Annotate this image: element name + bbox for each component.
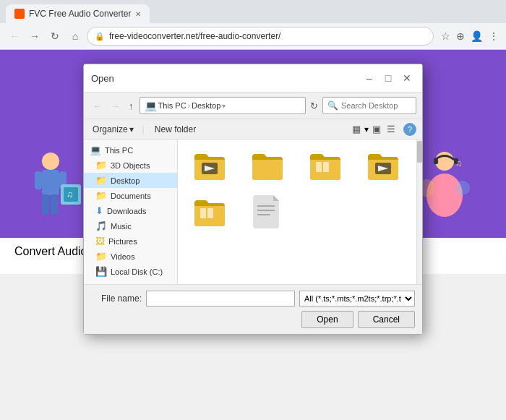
dialog-close-btn[interactable]: ✕ <box>399 70 415 86</box>
file-item-4[interactable] <box>357 145 409 186</box>
file-item-6[interactable] <box>241 192 293 232</box>
file-icon-3 <box>308 148 343 183</box>
nav-item-videos[interactable]: 📁 Videos <box>84 249 177 264</box>
filename-input[interactable] <box>146 291 295 307</box>
dialog-overlay: Open – □ ✕ ← → ↑ 💻 This PC › Desktop ▾ <box>0 49 506 420</box>
browser-chrome: FVC Free Audio Converter ✕ ← → ↻ ⌂ 🔒 fre… <box>0 0 506 50</box>
new-folder-btn[interactable]: New folder <box>150 123 200 136</box>
breadcrumb-dropdown: ▾ <box>222 102 226 110</box>
cancel-btn[interactable]: Cancel <box>358 311 415 328</box>
url-text: free-videoconverter.net/free-audio-conve… <box>109 31 280 41</box>
file-icon-5 <box>192 194 227 229</box>
folder-3dobjects-icon: 📁 <box>95 160 107 171</box>
nav-item-documents-label: Documents <box>111 192 151 200</box>
active-tab[interactable]: FVC Free Audio Converter ✕ <box>6 4 150 23</box>
nav-item-videos-label: Videos <box>111 252 134 261</box>
folder-desktop-icon: 📁 <box>95 175 107 186</box>
dialog-search-input[interactable] <box>341 101 413 110</box>
computer-icon: 💻 <box>145 100 157 111</box>
forward-button[interactable]: → <box>26 27 43 45</box>
tab-close-btn[interactable]: ✕ <box>135 10 141 18</box>
dialog-controls: – □ ✕ <box>361 70 415 86</box>
svg-rect-22 <box>207 208 213 218</box>
dialog-footer: File name: All (*.ts;*.mts;*.m2ts;*.trp;… <box>84 284 422 334</box>
folder-videos-icon: 📁 <box>95 251 107 262</box>
home-button[interactable]: ⌂ <box>67 27 84 45</box>
disk-icon: 💾 <box>95 266 107 277</box>
extensions-button[interactable]: ⊕ <box>455 29 466 43</box>
nav-item-pictures[interactable]: 🖼 Pictures <box>84 233 177 249</box>
nav-item-music[interactable]: 🎵 Music <box>84 218 177 233</box>
file-item-1[interactable] <box>184 145 236 186</box>
filetype-select[interactable]: All (*.ts;*.mts;*.m2ts;*.trp;*.tp;*... <box>299 291 415 307</box>
file-icon-2 <box>250 148 285 183</box>
view-divider: ▾ <box>364 124 369 134</box>
breadcrumb-bar[interactable]: 💻 This PC › Desktop ▾ <box>140 97 306 114</box>
nav-item-desktop[interactable]: 📁 Desktop <box>84 173 177 188</box>
tab-bar: FVC Free Audio Converter ✕ <box>0 0 506 23</box>
folder-documents-icon: 📁 <box>95 190 107 201</box>
folder-downloads-icon: ⬇ <box>95 205 103 216</box>
dialog-body: 💻 This PC 📁 3D Objects 📁 Desktop 📁 Docum… <box>84 140 422 284</box>
view-list-btn[interactable]: ☰ <box>385 122 398 136</box>
svg-rect-25 <box>257 214 270 215</box>
tab-title: FVC Free Audio Converter <box>29 9 131 19</box>
nav-item-localdisk-label: Local Disk (C:) <box>111 267 163 276</box>
nav-item-music-label: Music <box>111 222 132 231</box>
svg-rect-24 <box>257 210 275 211</box>
nav-item-localdisk[interactable]: 💾 Local Disk (C:) <box>84 264 177 279</box>
menu-button[interactable]: ⋮ <box>487 29 500 43</box>
file-panel <box>178 140 422 284</box>
open-dialog: Open – □ ✕ ← → ↑ 💻 This PC › Desktop ▾ <box>83 64 423 335</box>
filename-row: File name: All (*.ts;*.mts;*.m2ts;*.trp;… <box>91 291 415 307</box>
open-btn[interactable]: Open <box>301 311 353 328</box>
view-buttons: ▦ ▾ ▣ ☰ <box>350 122 398 136</box>
svg-rect-23 <box>257 205 275 207</box>
help-btn[interactable]: ? <box>403 123 416 136</box>
nav-item-3dobjects[interactable]: 📁 3D Objects <box>84 158 177 173</box>
nav-item-desktop-label: Desktop <box>111 176 140 185</box>
address-bar[interactable]: 🔒 free-videoconverter.net/free-audio-con… <box>87 27 434 46</box>
nav-item-downloads-label: Downloads <box>107 207 146 215</box>
svg-rect-21 <box>200 208 206 218</box>
dialog-minimize-btn[interactable]: – <box>361 70 377 86</box>
breadcrumb-desktop: Desktop <box>192 101 220 110</box>
dialog-search-box[interactable]: 🔍 <box>322 97 416 114</box>
profile-button[interactable]: 👤 <box>469 29 484 43</box>
view-preview-btn[interactable]: ▣ <box>370 122 383 136</box>
file-icon-6 <box>250 194 285 229</box>
tab-favicon <box>14 9 25 19</box>
dialog-refresh-btn[interactable]: ↻ <box>309 99 320 113</box>
nav-bar: ← → ↻ ⌂ 🔒 free-videoconverter.net/free-a… <box>0 23 506 49</box>
file-panel-scrollbar[interactable] <box>416 140 422 284</box>
dialog-search-icon: 🔍 <box>327 100 338 111</box>
dialog-up-btn[interactable]: ↑ <box>126 99 137 113</box>
view-grid-btn[interactable]: ▦ <box>350 122 363 136</box>
dialog-maximize-btn[interactable]: □ <box>380 70 396 86</box>
nav-item-thispc[interactable]: 💻 This PC <box>84 142 177 158</box>
page-wrapper: FVC Free Audio Converter ✕ ← → ↻ ⌂ 🔒 fre… <box>0 0 506 420</box>
breadcrumb-thispc: This PC <box>158 101 186 110</box>
dialog-back-btn[interactable]: ← <box>90 99 105 113</box>
organize-btn[interactable]: Organize ▾ <box>90 123 137 136</box>
file-item-5[interactable] <box>184 192 236 232</box>
dialog-toolbar: Organize ▾ | New folder ▦ ▾ ▣ ☰ ? <box>84 119 422 140</box>
nav-item-thispc-label: This PC <box>105 146 133 155</box>
file-item-3[interactable] <box>299 145 351 186</box>
filename-label: File name: <box>91 293 142 304</box>
star-button[interactable]: ☆ <box>439 29 452 43</box>
back-button[interactable]: ← <box>6 27 23 45</box>
dialog-titlebar: Open – □ ✕ <box>84 64 422 93</box>
lock-icon: 🔒 <box>95 32 105 41</box>
file-icon-1 <box>192 148 227 183</box>
file-item-2[interactable] <box>241 145 293 186</box>
refresh-button[interactable]: ↻ <box>46 27 64 45</box>
dialog-forward-btn[interactable]: → <box>108 99 123 113</box>
svg-rect-18 <box>316 162 322 172</box>
dialog-title: Open <box>91 73 114 84</box>
file-panel-scrollthumb <box>417 141 422 163</box>
nav-item-downloads[interactable]: ⬇ Downloads <box>84 203 177 218</box>
nav-icons: ☆ ⊕ 👤 ⋮ <box>439 29 500 43</box>
nav-item-documents[interactable]: 📁 Documents <box>84 188 177 203</box>
nav-item-3dobjects-label: 3D Objects <box>111 161 150 170</box>
